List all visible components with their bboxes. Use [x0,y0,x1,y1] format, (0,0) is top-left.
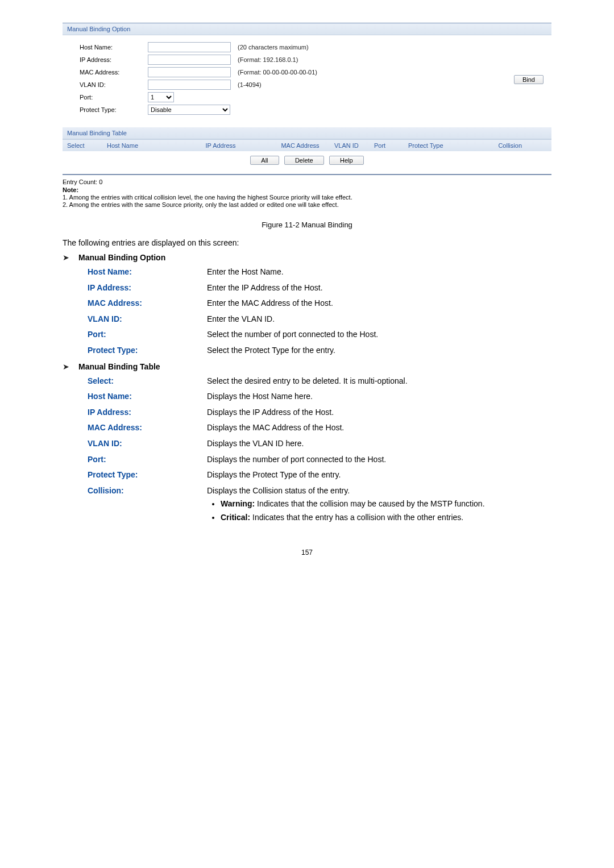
mac-input[interactable] [148,67,231,77]
s2-mac-desc: Displays the MAC Address of the Host. [207,422,551,434]
col-ptype: Protect Type [408,142,471,149]
s2-port-desc: Displays the number of port connected to… [207,454,551,466]
collision-bullet-warning: Warning: Indicates that the collision ma… [221,499,551,510]
s1-mac-desc: Enter the MAC Address of the Host. [207,298,551,309]
s1-vlan-desc: Enter the VLAN ID. [207,314,551,325]
table-header-row: Select Host Name IP Address MAC Address … [63,139,551,151]
col-vlan: VLAN ID [334,142,374,149]
s2-port-label: Port: [88,454,207,466]
s1-port-desc: Select the number of port connected to t… [207,329,551,340]
s1-ip-label: IP Address: [88,283,207,294]
port-label: Port: [80,94,148,101]
s2-vlan-label: VLAN ID: [88,438,207,450]
section1-title: Manual Binding Option [78,253,165,262]
protect-type-select[interactable]: Disable [148,105,230,115]
s2-hostname-label: Host Name: [88,391,207,402]
s2-mac-label: MAC Address: [88,422,207,434]
s2-vlan-desc: Displays the VLAN ID here. [207,438,551,450]
table-panel-title: Manual Binding Table [63,127,551,139]
figure-caption: Figure 11-2 Manual Binding [63,221,551,229]
ip-input[interactable] [148,55,231,65]
col-hostname: Host Name [107,142,175,149]
section2-title: Manual Binding Table [78,362,160,371]
ip-hint: (Format: 192.168.0.1) [238,56,298,63]
col-mac: MAC Address [266,142,334,149]
mac-label: MAC Address: [80,69,148,76]
note-line-1: 1. Among the entries with critical colli… [63,194,551,201]
vlan-input[interactable] [148,80,231,90]
option-panel-title: Manual Binding Option [63,23,551,35]
s1-host-name-desc: Enter the Host Name. [207,267,551,278]
s1-ptype-desc: Select the Protect Type for the entry. [207,345,551,356]
s2-ip-desc: Displays the IP Address of the Host. [207,407,551,418]
note-line-2: 2. Among the entries with the same Sourc… [63,201,551,208]
vlan-label: VLAN ID: [80,81,148,88]
collision-bullet-critical: Critical: Indicates that the entry has a… [221,512,551,524]
s2-select-desc: Select the desired entry to be deleted. … [207,376,551,387]
s2-collision-desc: Displays the Collision status of the ent… [207,485,551,526]
s1-mac-label: MAC Address: [88,298,207,309]
col-select: Select [63,142,107,149]
host-name-input[interactable] [148,42,231,52]
note-title: Note: [63,186,551,193]
chevron-right-icon: ➤ [63,253,78,262]
col-ip: IP Address [175,142,266,149]
s2-ptype-desc: Displays the Protect Type of the entry. [207,470,551,481]
help-button[interactable]: Help [329,156,364,165]
chevron-right-icon: ➤ [63,362,78,371]
mac-hint: (Format: 00-00-00-00-00-01) [238,69,317,76]
section1-fields: Host Name:Enter the Host Name. IP Addres… [88,267,551,356]
s1-port-label: Port: [88,329,207,340]
s1-vlan-label: VLAN ID: [88,314,207,325]
host-name-label: Host Name: [80,44,148,51]
s2-ptype-label: Protect Type: [88,470,207,481]
s2-collision-desc-text: Displays the Collision status of the ent… [207,486,350,495]
section2-fields: Select:Select the desired entry to be de… [88,376,551,526]
s1-ptype-label: Protect Type: [88,345,207,356]
vlan-hint: (1-4094) [238,81,262,88]
col-collision: Collision [471,142,530,149]
bind-button[interactable]: Bind [514,75,544,84]
page-number: 157 [63,549,551,556]
port-select[interactable]: 1 [148,92,174,102]
col-port: Port [374,142,408,149]
protect-type-label: Protect Type: [80,106,148,113]
s2-ip-label: IP Address: [88,407,207,418]
ip-label: IP Address: [80,56,148,63]
intro-text: The following entries are displayed on t… [63,238,551,247]
s2-select-label: Select: [88,376,207,387]
delete-button[interactable]: Delete [284,156,324,165]
s2-collision-label: Collision: [88,485,207,526]
manual-binding-panel: Manual Binding Option Host Name: (20 cha… [63,23,551,175]
host-name-hint: (20 characters maximum) [238,44,309,51]
s2-hostname-desc: Displays the Host Name here. [207,391,551,402]
s1-host-name-label: Host Name: [88,267,207,278]
all-button[interactable]: All [250,156,279,165]
s1-ip-desc: Enter the IP Address of the Host. [207,283,551,294]
entry-count: Entry Count: 0 [63,178,551,185]
